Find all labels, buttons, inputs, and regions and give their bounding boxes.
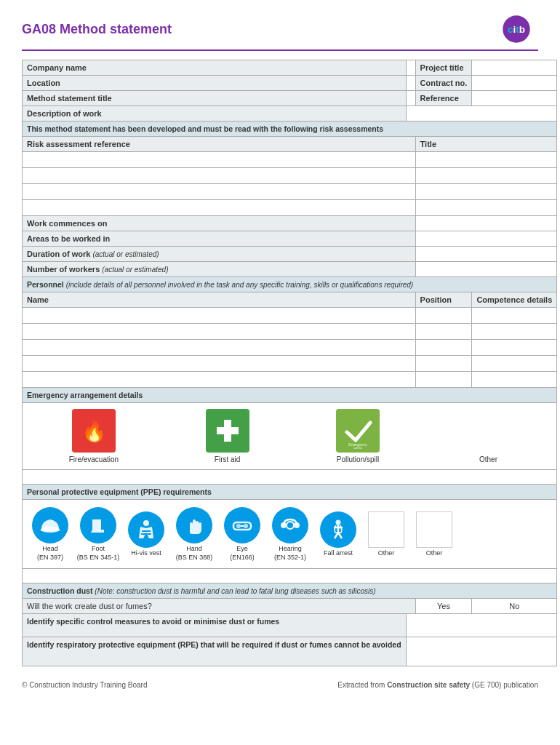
hand-icon bbox=[183, 514, 206, 537]
personnel-row-5 bbox=[23, 372, 557, 388]
name-header: Name bbox=[23, 292, 416, 308]
risk-row-4 bbox=[23, 200, 557, 216]
reference-label: Reference bbox=[415, 91, 472, 106]
rpe-value bbox=[406, 637, 557, 666]
emergency-value-row bbox=[23, 470, 557, 485]
other-emergency-label: Other bbox=[479, 455, 497, 463]
svg-point-21 bbox=[294, 522, 300, 528]
areas-value bbox=[415, 231, 557, 247]
method-statement-row: Method statement title Reference bbox=[23, 91, 557, 106]
hearing-icon-circle bbox=[272, 507, 308, 543]
description-row: Description of work bbox=[23, 106, 557, 121]
eye-icon-circle bbox=[224, 507, 260, 543]
areas-label: Areas to be worked in bbox=[23, 231, 416, 247]
pollution-icon-box: Emergency spill kit bbox=[336, 409, 380, 453]
dust-question-row: Will the work create dust or fumes? Yes … bbox=[23, 599, 557, 614]
fire-evacuation-icon: 🔥 bbox=[76, 413, 112, 449]
contract-no-value bbox=[472, 76, 557, 91]
svg-rect-6 bbox=[217, 427, 239, 434]
personnel-header-row: Name Position Competence details bbox=[23, 292, 557, 308]
other-placeholder bbox=[467, 409, 511, 453]
head-icon bbox=[39, 514, 62, 537]
control-measures-row: Identify specific control measures to av… bbox=[23, 614, 557, 637]
page-title: GA08 Method statement bbox=[22, 22, 172, 37]
first-aid-item: First aid bbox=[206, 409, 249, 463]
ppe-icons-row: Head (EN 397) Foot (BS EN 345-1) bbox=[23, 500, 557, 569]
footer-left: © Construction Industry Training Board bbox=[22, 681, 147, 689]
emergency-icons-container: 🔥 Fire/evacuation Fi bbox=[23, 403, 556, 469]
svg-line-26 bbox=[338, 533, 342, 538]
description-value bbox=[406, 106, 557, 121]
num-workers-label: Number of workers (actual or estimated) bbox=[23, 262, 416, 277]
hearing-ppe-item: Hearing (EN 352-1) bbox=[268, 507, 312, 561]
project-title-value bbox=[472, 60, 557, 76]
svg-rect-11 bbox=[41, 529, 60, 531]
pollution-label: Pollution/spill bbox=[337, 455, 379, 463]
risk-row-2 bbox=[23, 168, 557, 184]
work-commences-value bbox=[415, 216, 557, 231]
personnel-note-row: Personnel (include details of all person… bbox=[23, 277, 557, 292]
header-divider bbox=[22, 49, 538, 51]
risk-row-1 bbox=[23, 152, 557, 168]
description-label: Description of work bbox=[23, 106, 407, 121]
pollution-icon: Emergency spill kit bbox=[340, 413, 376, 449]
hand-icon-circle bbox=[176, 507, 212, 543]
dust-note: Construction dust (Note: construction du… bbox=[23, 583, 557, 599]
foot-icon bbox=[87, 514, 110, 537]
personnel-row-4 bbox=[23, 356, 557, 372]
personnel-note: Personnel (include details of all person… bbox=[23, 277, 557, 292]
emergency-icons-row: 🔥 Fire/evacuation Fi bbox=[23, 403, 557, 470]
ppe-other2-placeholder bbox=[416, 511, 452, 548]
emergency-icons-cell: 🔥 Fire/evacuation Fi bbox=[23, 403, 557, 470]
company-name-value bbox=[406, 60, 415, 76]
svg-point-20 bbox=[281, 522, 287, 528]
no-label: No bbox=[472, 599, 557, 614]
position-header: Position bbox=[415, 292, 472, 308]
rpe-label: Identify respiratory protective equipmen… bbox=[23, 637, 407, 666]
personnel-row-1 bbox=[23, 308, 557, 324]
title-header: Title bbox=[415, 137, 557, 152]
citb-logo: citb bbox=[495, 15, 538, 44]
num-workers-row: Number of workers (actual or estimated) bbox=[23, 262, 557, 277]
hearing-icon bbox=[279, 514, 302, 537]
svg-line-25 bbox=[335, 533, 338, 538]
foot-icon-circle bbox=[80, 507, 116, 543]
duration-row: Duration of work (actual or estimated) bbox=[23, 247, 557, 262]
risk-row-3 bbox=[23, 184, 557, 200]
ppe-header-row: Personal protective equipment (PPE) requ… bbox=[23, 485, 557, 500]
reference-value bbox=[472, 91, 557, 106]
page-header: GA08 Method statement citb bbox=[22, 15, 538, 44]
svg-point-22 bbox=[336, 520, 341, 525]
fire-icon-box: 🔥 bbox=[72, 409, 116, 453]
company-row: Company name Project title bbox=[23, 60, 557, 76]
svg-text:🔥: 🔥 bbox=[81, 419, 106, 443]
competence-header: Competence details bbox=[472, 292, 557, 308]
fall-icon bbox=[327, 518, 350, 541]
work-commences-label: Work commences on bbox=[23, 216, 416, 231]
form-table: Company name Project title Location Cont… bbox=[22, 60, 557, 666]
risk-note: This method statement has been developed… bbox=[23, 121, 557, 137]
rpe-row: Identify respiratory protective equipmen… bbox=[23, 637, 557, 666]
ppe-icons-container: Head (EN 397) Foot (BS EN 345-1) bbox=[25, 503, 553, 565]
fire-evacuation-item: 🔥 Fire/evacuation bbox=[69, 409, 119, 463]
svg-text:citb: citb bbox=[508, 24, 525, 35]
svg-point-19 bbox=[287, 522, 294, 529]
yes-label: Yes bbox=[415, 599, 472, 614]
firstaid-label: First aid bbox=[215, 455, 241, 463]
first-aid-icon bbox=[209, 413, 246, 449]
control-measures-value bbox=[406, 614, 557, 637]
company-name-label: Company name bbox=[23, 60, 407, 76]
ppe-value-row bbox=[23, 569, 557, 583]
risk-note-row: This method statement has been developed… bbox=[23, 121, 557, 137]
pollution-item: Emergency spill kit Pollution/spill bbox=[336, 409, 380, 463]
work-commences-row: Work commences on bbox=[23, 216, 557, 231]
duration-label: Duration of work (actual or estimated) bbox=[23, 247, 416, 262]
location-row: Location Contract no. bbox=[23, 76, 557, 91]
emergency-header-row: Emergency arrangement details bbox=[23, 388, 557, 403]
head-icon-circle bbox=[32, 507, 68, 543]
eye-icon bbox=[231, 514, 254, 537]
duration-value bbox=[415, 247, 557, 262]
hivis-ppe-item: Hi-vis vest bbox=[124, 511, 168, 557]
foot-ppe-item: Foot (BS EN 345-1) bbox=[76, 507, 120, 561]
svg-text:spill kit: spill kit bbox=[353, 446, 363, 449]
